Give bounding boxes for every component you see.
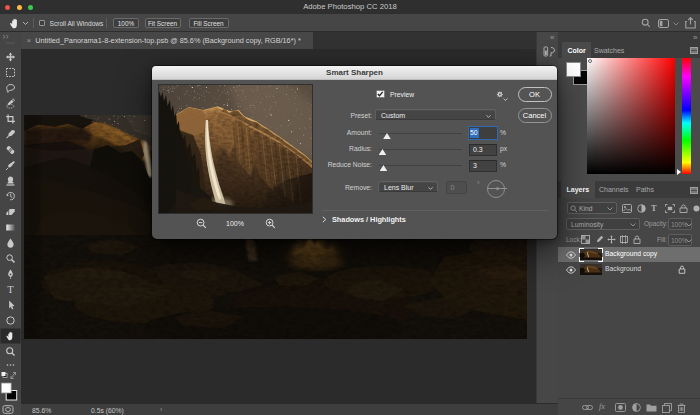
svg-text:T: T	[7, 284, 14, 295]
